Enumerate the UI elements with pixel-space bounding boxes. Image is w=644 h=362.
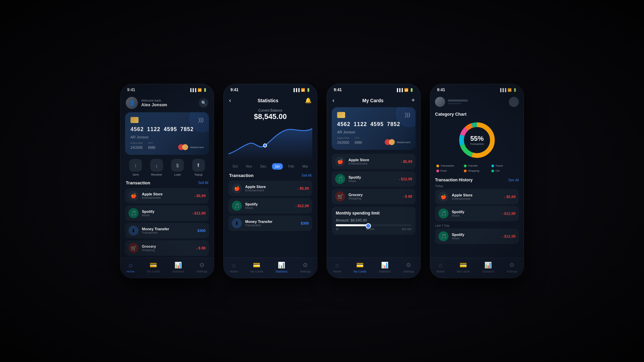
nav-home[interactable]: ⌂ Home (333, 262, 341, 273)
battery-icon: 🔋 (410, 88, 414, 92)
list-item: 🛒 GroceryShopping - $ 88 (125, 240, 209, 256)
legend-item: Travel (491, 164, 518, 167)
settings-icon: ⚙ (406, 261, 411, 269)
battery-icon: 🔋 (203, 88, 207, 92)
category-header (430, 94, 524, 109)
progress-bar (336, 224, 412, 226)
list-item: ⬇ Money TransferTransaction $300 (228, 216, 312, 231)
legend-item: Transfer (464, 164, 490, 167)
food-dot (436, 170, 439, 172)
stats-icon: 📊 (381, 261, 388, 269)
legend-item: Shopping (464, 169, 490, 172)
tab-oct[interactable]: Oct (230, 163, 240, 170)
card-holder: AR Jonson (337, 130, 410, 134)
phone-home: 9:41 ▐▐▐ 📶 🔋 👤 Welcome back, Alex Jonson (120, 84, 214, 278)
nav-stats[interactable]: 📊 Statistics (172, 261, 184, 273)
signal-icon: ▐▐▐ (189, 88, 196, 92)
home-header: 👤 Welcome back, Alex Jonson 🔍 (120, 94, 214, 112)
cards-icon: 💳 (150, 261, 157, 269)
transaction-dot (436, 165, 439, 167)
transaction-header-2: Transaction Sell All (224, 173, 317, 181)
nav-cards[interactable]: 💳 My Cards (354, 261, 367, 273)
nav-home[interactable]: ⌂ Home (126, 262, 135, 273)
user-info: 👤 Welcome back, Alex Jonson (126, 97, 167, 109)
signal-icon: ▐▐▐ (499, 88, 506, 92)
signal-icon: ▐▐▐ (396, 88, 403, 92)
search-button[interactable]: 🔍 (199, 98, 208, 108)
home-icon: ⌂ (439, 262, 442, 269)
bell-icon[interactable]: 🔔 (305, 97, 312, 104)
topup-button[interactable]: ⬆ Topup (192, 159, 205, 176)
nav-stats[interactable]: 📊 Statistics (482, 261, 494, 273)
back-button[interactable]: ‹ (332, 97, 334, 104)
tab-jan[interactable]: Jan (272, 163, 283, 170)
apple-icon: 🍎 (128, 191, 139, 201)
legend-item: Car (491, 169, 518, 172)
tab-feb[interactable]: Feb (285, 163, 297, 170)
tab-dec[interactable]: Dec (258, 163, 269, 170)
nav-cards[interactable]: 💳 My Cards (147, 261, 160, 273)
nav-home[interactable]: ⌂ Home (436, 262, 444, 273)
bottom-nav-1: ⌂ Home 💳 My Cards 📊 Statistics ⚙ Setting… (120, 258, 214, 278)
balance-section: Current Balance $8,545.00 (224, 107, 317, 124)
nav-settings[interactable]: ⚙ Settings (300, 261, 311, 273)
topup-icon: ⬆ (192, 159, 205, 172)
back-button[interactable]: ‹ (229, 97, 231, 104)
legend: Transaction Transfer Travel Food (435, 164, 519, 172)
cards-icon: 💳 (356, 261, 364, 269)
action-buttons: ↑ Sent ↓ Receive $ Loan ⬆ Topup (120, 159, 214, 180)
nav-stats[interactable]: 📊 Statistics (379, 261, 391, 273)
status-bar-1: 9:41 ▐▐▐ 📶 🔋 (120, 84, 214, 94)
add-card-button[interactable]: + (411, 97, 415, 104)
home-icon: ⌂ (232, 262, 236, 269)
nav-stats[interactable]: 📊 Statistics (275, 261, 287, 273)
welcome-text: Welcome back, (141, 99, 167, 102)
settings-icon: ⚙ (303, 261, 308, 269)
nav-settings[interactable]: ⚙ Settings (197, 261, 208, 273)
legend-item: Transaction (436, 164, 463, 167)
settings-icon: ⚙ (199, 261, 205, 269)
see-all-link[interactable]: See All (508, 178, 519, 182)
transaction-list-2: 🍎 Apple StoreEntertainment - $5,99 🎵 Spo… (224, 181, 317, 231)
phone-statistics: 9:41 ▐▐▐ 📶 🔋 ‹ Statistics 🔔 Current Bala… (223, 84, 317, 278)
sell-all-link-2[interactable]: Sell All (302, 174, 312, 177)
receive-button[interactable]: ↓ Receive (150, 159, 163, 176)
nav-cards[interactable]: 💳 My Cards (250, 261, 263, 273)
transaction-header: Transaction Sell All (120, 180, 214, 188)
category-section: Category Chart (430, 109, 524, 175)
tab-mar[interactable]: Mar (300, 163, 311, 170)
card-number: 4562 1122 4595 7852 (130, 126, 204, 132)
apple-icon: 🍎 (232, 183, 242, 193)
history-section: Transaction History See All Today 🍎 Appl… (430, 175, 524, 244)
loan-button[interactable]: $ Loan (171, 159, 184, 176)
transfer-icon: ⬇ (128, 226, 139, 236)
user-name: Alex Jonson (141, 102, 167, 107)
cards-icon: 💳 (253, 261, 260, 269)
phones-container: 9:41 ▐▐▐ 📶 🔋 👤 Welcome back, Alex Jonson (120, 84, 524, 278)
nav-settings[interactable]: ⚙ Settings (506, 261, 518, 273)
battery-icon: 🔋 (306, 88, 310, 92)
history-list-week: 🎵 SpotifyMusic - $12,99 (435, 229, 519, 244)
tab-nov[interactable]: Nov (244, 163, 255, 170)
time-3: 9:41 (334, 87, 342, 92)
nav-home[interactable]: ⌂ Home (230, 262, 238, 273)
sell-all-link[interactable]: Sell All (198, 181, 208, 185)
card-number: 4562 1122 4595 7852 (337, 121, 410, 127)
period-last7: Last 7 Day (435, 224, 519, 227)
sent-button[interactable]: ↑ Sent (129, 159, 142, 176)
nav-cards[interactable]: 💳 My Cards (457, 261, 470, 273)
status-icons-1: ▐▐▐ 📶 🔋 (189, 88, 207, 92)
shopping-dot (464, 170, 467, 172)
car-dot (491, 170, 494, 172)
cards-header: ‹ My Cards + (327, 94, 420, 107)
page-title: Statistics (258, 98, 278, 103)
status-bar-4: 9:41 ▐▐▐ 📶 🔋 (430, 84, 524, 94)
user-info (435, 97, 468, 107)
settings-icon: ⚙ (509, 261, 515, 269)
sent-icon: ↑ (129, 159, 142, 172)
list-item: 🎵 SpotifyMusic - $12,99 (228, 198, 312, 214)
nav-settings[interactable]: ⚙ Settings (403, 261, 414, 273)
card-chip (130, 117, 139, 123)
stats-icon: 📊 (174, 261, 182, 269)
spotify-icon: 🎵 (232, 201, 242, 211)
